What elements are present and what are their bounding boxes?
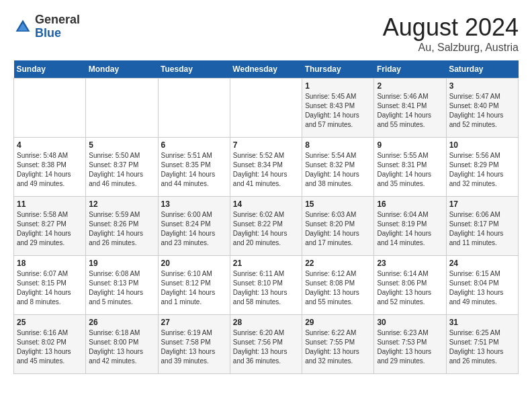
day-detail: Sunrise: 6:25 AM Sunset: 7:51 PM Dayligh… <box>449 328 515 366</box>
day-cell: 6Sunrise: 5:51 AM Sunset: 8:35 PM Daylig… <box>158 138 230 197</box>
day-detail: Sunrise: 6:10 AM Sunset: 8:12 PM Dayligh… <box>161 269 227 307</box>
day-number: 22 <box>305 259 371 268</box>
day-detail: Sunrise: 6:20 AM Sunset: 7:56 PM Dayligh… <box>233 328 299 366</box>
day-number: 16 <box>377 199 443 209</box>
day-cell: 5Sunrise: 5:50 AM Sunset: 8:37 PM Daylig… <box>86 138 158 197</box>
logo-icon <box>13 17 32 36</box>
day-cell: 23Sunrise: 6:14 AM Sunset: 8:06 PM Dayli… <box>374 256 446 315</box>
day-cell: 11Sunrise: 5:58 AM Sunset: 8:27 PM Dayli… <box>14 197 86 256</box>
day-cell: 2Sunrise: 5:46 AM Sunset: 8:41 PM Daylig… <box>374 79 446 138</box>
day-number: 7 <box>233 140 299 150</box>
day-detail: Sunrise: 6:12 AM Sunset: 8:08 PM Dayligh… <box>305 269 371 307</box>
day-detail: Sunrise: 5:54 AM Sunset: 8:32 PM Dayligh… <box>305 151 371 189</box>
logo-general: General <box>35 13 80 26</box>
week-row-2: 4Sunrise: 5:48 AM Sunset: 8:38 PM Daylig… <box>14 138 519 197</box>
day-number: 25 <box>17 318 83 327</box>
day-number: 12 <box>89 199 154 209</box>
day-cell: 18Sunrise: 6:07 AM Sunset: 8:15 PM Dayli… <box>14 256 86 315</box>
day-number: 17 <box>449 199 515 209</box>
day-number: 15 <box>305 199 371 209</box>
day-cell: 16Sunrise: 6:04 AM Sunset: 8:19 PM Dayli… <box>374 197 446 256</box>
day-cell: 20Sunrise: 6:10 AM Sunset: 8:12 PM Dayli… <box>158 256 230 315</box>
day-cell: 19Sunrise: 6:08 AM Sunset: 8:13 PM Dayli… <box>86 256 158 315</box>
weekday-header-wednesday: Wednesday <box>230 60 302 79</box>
day-cell: 13Sunrise: 6:00 AM Sunset: 8:24 PM Dayli… <box>158 197 230 256</box>
week-row-3: 11Sunrise: 5:58 AM Sunset: 8:27 PM Dayli… <box>14 197 519 256</box>
day-number: 2 <box>377 81 443 91</box>
day-cell: 10Sunrise: 5:56 AM Sunset: 8:29 PM Dayli… <box>446 138 518 197</box>
title-block: August 2024 Au, Salzburg, Austria <box>383 13 519 54</box>
day-detail: Sunrise: 5:46 AM Sunset: 8:41 PM Dayligh… <box>377 92 443 130</box>
day-detail: Sunrise: 6:15 AM Sunset: 8:04 PM Dayligh… <box>449 269 515 307</box>
day-cell <box>14 79 86 138</box>
day-cell: 29Sunrise: 6:22 AM Sunset: 7:55 PM Dayli… <box>302 315 374 374</box>
day-detail: Sunrise: 6:18 AM Sunset: 8:00 PM Dayligh… <box>89 328 154 366</box>
day-number: 29 <box>305 318 371 327</box>
day-number: 1 <box>305 81 371 91</box>
day-number: 20 <box>161 259 227 268</box>
weekday-header-tuesday: Tuesday <box>158 60 230 79</box>
month-title: August 2024 <box>383 13 519 42</box>
day-detail: Sunrise: 5:59 AM Sunset: 8:26 PM Dayligh… <box>89 210 154 248</box>
day-number: 28 <box>233 318 299 327</box>
day-number: 4 <box>17 140 83 150</box>
day-number: 27 <box>161 318 227 327</box>
day-detail: Sunrise: 6:08 AM Sunset: 8:13 PM Dayligh… <box>89 269 154 307</box>
day-cell: 30Sunrise: 6:23 AM Sunset: 7:53 PM Dayli… <box>374 315 446 374</box>
day-detail: Sunrise: 5:47 AM Sunset: 8:40 PM Dayligh… <box>449 92 515 130</box>
day-number: 8 <box>305 140 371 150</box>
day-detail: Sunrise: 5:51 AM Sunset: 8:35 PM Dayligh… <box>161 151 227 189</box>
weekday-header-sunday: Sunday <box>14 60 86 79</box>
logo-text: General Blue <box>35 13 80 40</box>
day-number: 18 <box>17 259 83 268</box>
day-number: 19 <box>89 259 154 268</box>
day-number: 24 <box>449 259 515 268</box>
day-detail: Sunrise: 6:03 AM Sunset: 8:20 PM Dayligh… <box>305 210 371 248</box>
day-cell: 28Sunrise: 6:20 AM Sunset: 7:56 PM Dayli… <box>230 315 302 374</box>
day-cell: 31Sunrise: 6:25 AM Sunset: 7:51 PM Dayli… <box>446 315 518 374</box>
day-number: 9 <box>377 140 443 150</box>
day-cell: 26Sunrise: 6:18 AM Sunset: 8:00 PM Dayli… <box>86 315 158 374</box>
day-detail: Sunrise: 5:50 AM Sunset: 8:37 PM Dayligh… <box>89 151 154 189</box>
day-cell: 8Sunrise: 5:54 AM Sunset: 8:32 PM Daylig… <box>302 138 374 197</box>
day-cell: 9Sunrise: 5:55 AM Sunset: 8:31 PM Daylig… <box>374 138 446 197</box>
weekday-header-row: SundayMondayTuesdayWednesdayThursdayFrid… <box>14 60 519 79</box>
day-detail: Sunrise: 5:58 AM Sunset: 8:27 PM Dayligh… <box>17 210 83 248</box>
weekday-header-monday: Monday <box>86 60 158 79</box>
location: Au, Salzburg, Austria <box>383 42 519 54</box>
day-detail: Sunrise: 5:45 AM Sunset: 8:43 PM Dayligh… <box>305 92 371 130</box>
weekday-header-thursday: Thursday <box>302 60 374 79</box>
day-detail: Sunrise: 6:19 AM Sunset: 7:58 PM Dayligh… <box>161 328 227 366</box>
day-cell: 7Sunrise: 5:52 AM Sunset: 8:34 PM Daylig… <box>230 138 302 197</box>
day-number: 6 <box>161 140 227 150</box>
week-row-4: 18Sunrise: 6:07 AM Sunset: 8:15 PM Dayli… <box>14 256 519 315</box>
day-cell: 27Sunrise: 6:19 AM Sunset: 7:58 PM Dayli… <box>158 315 230 374</box>
day-detail: Sunrise: 6:16 AM Sunset: 8:02 PM Dayligh… <box>17 328 83 366</box>
day-detail: Sunrise: 6:11 AM Sunset: 8:10 PM Dayligh… <box>233 269 299 307</box>
day-cell: 14Sunrise: 6:02 AM Sunset: 8:22 PM Dayli… <box>230 197 302 256</box>
day-cell <box>230 79 302 138</box>
day-detail: Sunrise: 6:23 AM Sunset: 7:53 PM Dayligh… <box>377 328 443 366</box>
day-detail: Sunrise: 5:48 AM Sunset: 8:38 PM Dayligh… <box>17 151 83 189</box>
day-number: 30 <box>377 318 443 327</box>
day-cell: 15Sunrise: 6:03 AM Sunset: 8:20 PM Dayli… <box>302 197 374 256</box>
day-cell: 24Sunrise: 6:15 AM Sunset: 8:04 PM Dayli… <box>446 256 518 315</box>
day-detail: Sunrise: 5:55 AM Sunset: 8:31 PM Dayligh… <box>377 151 443 189</box>
day-cell: 22Sunrise: 6:12 AM Sunset: 8:08 PM Dayli… <box>302 256 374 315</box>
day-cell <box>158 79 230 138</box>
day-cell: 17Sunrise: 6:06 AM Sunset: 8:17 PM Dayli… <box>446 197 518 256</box>
day-cell: 21Sunrise: 6:11 AM Sunset: 8:10 PM Dayli… <box>230 256 302 315</box>
day-number: 14 <box>233 199 299 209</box>
week-row-1: 1Sunrise: 5:45 AM Sunset: 8:43 PM Daylig… <box>14 79 519 138</box>
day-cell: 25Sunrise: 6:16 AM Sunset: 8:02 PM Dayli… <box>14 315 86 374</box>
day-detail: Sunrise: 5:56 AM Sunset: 8:29 PM Dayligh… <box>449 151 515 189</box>
day-number: 23 <box>377 259 443 268</box>
day-detail: Sunrise: 6:07 AM Sunset: 8:15 PM Dayligh… <box>17 269 83 307</box>
day-cell: 12Sunrise: 5:59 AM Sunset: 8:26 PM Dayli… <box>86 197 158 256</box>
day-detail: Sunrise: 6:14 AM Sunset: 8:06 PM Dayligh… <box>377 269 443 307</box>
logo: General Blue <box>13 13 80 40</box>
logo-blue: Blue <box>35 26 61 40</box>
page-header: General Blue August 2024 Au, Salzburg, A… <box>13 13 519 54</box>
day-number: 11 <box>17 199 83 209</box>
day-number: 5 <box>89 140 154 150</box>
